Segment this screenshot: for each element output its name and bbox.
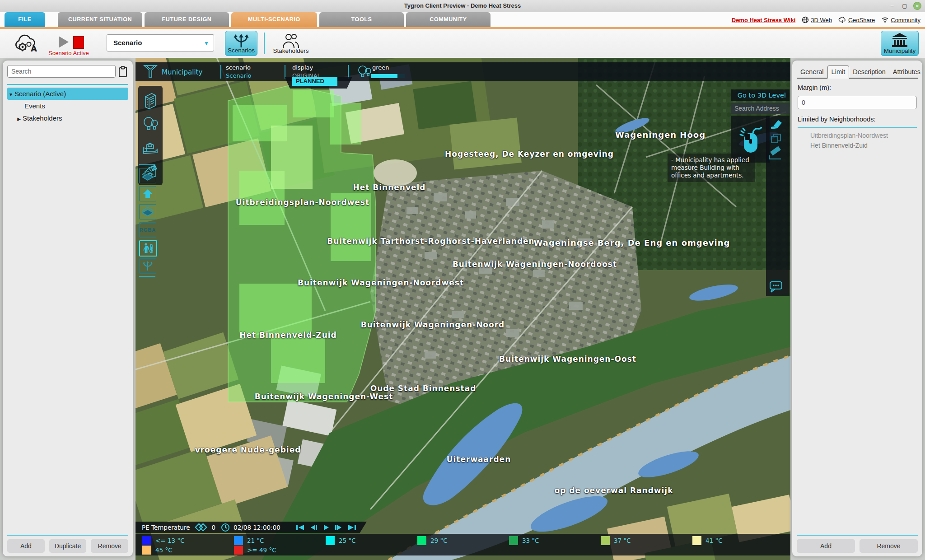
neighborhood-label: Buitenwijk Wageningen-Noordoost [453,260,617,269]
bulldozer-measure-icon[interactable] [138,135,163,159]
sidebar-bottom-divider [7,535,128,536]
properties-tabs: General Limit Description Attributes [797,64,918,79]
tab-multi-scenario[interactable]: MULTI-SCENARIO [231,12,317,27]
buildings-overlay-tool-icon[interactable] [139,186,156,201]
scenario-caption: scenario [226,64,251,71]
search-address-input[interactable]: Search Address [731,103,790,114]
scenarios-button-label: Scenarios [225,47,257,54]
remove-scenario-button[interactable]: Remove [91,539,128,553]
wiki-link[interactable]: Demo Heat Stress Wiki [732,17,796,23]
neighborhood-item[interactable]: Uitbreidingsplan-Noordwest [810,132,888,139]
community-link[interactable]: Community [881,17,920,23]
tree-item-stakeholders[interactable]: ▶Stakeholders [7,112,128,124]
temperature-legend: <= 13 °C 21 °C 25 °C 29 °C 33 °C 37 °C 4… [135,534,790,555]
goto-3d-level-button[interactable]: Go to 3D Level [731,89,790,101]
display-caption: display [292,64,313,71]
neighborhood-label: Oude Stad Binnenstad [370,384,477,393]
municipality-button[interactable]: Municipality [881,31,919,56]
window-title: Tygron Client Preview - Demo Heat Stress [0,2,925,9]
remove-neighborhood-button[interactable]: Remove [860,539,918,553]
step-forward-button[interactable] [335,524,342,531]
vegetation-measure-icon[interactable] [138,112,163,135]
tab-current-situation[interactable]: CURRENT SITUATION [58,12,142,27]
play-icon[interactable] [59,36,69,48]
tab-attributes[interactable]: Attributes [889,66,924,78]
title-bar: Tygron Client Preview - Demo Heat Stress… [0,0,925,13]
skip-start-button[interactable] [296,524,305,531]
legend-label: 37 °C [614,537,631,544]
tree-item-events[interactable]: Events [7,100,128,112]
legend-label: >= 49 °C [247,546,276,554]
neighborhood-label: Buitenwijk Wageningen-Oost [499,355,636,364]
limited-by-label: Limited by Neighborhoods: [798,116,876,123]
legend-swatch [509,536,518,545]
keyframe-diamonds-icon[interactable] [195,523,207,532]
scenario-dropdown[interactable]: Scenario ▼ [107,34,214,51]
chevron-down-icon: ▼ [204,40,209,47]
legend-label: <= 13 °C [155,537,185,544]
step-back-button[interactable] [310,524,318,531]
map-viewport[interactable]: Wageningen Hoog Hogesteeg, De Keyzer en … [135,58,790,560]
neighborhood-label: Hogesteeg, De Keyzer en omgeving [445,149,614,159]
chat-tool-icon[interactable] [767,279,785,294]
tree-item-scenario-active[interactable]: ▼Scenario (Active) [7,88,128,100]
overlay-title: PE Temperature [142,524,190,531]
stop-icon[interactable] [73,36,84,49]
scenario-tree: ▼Scenario (Active) Events ▶Stakeholders [7,88,128,124]
add-scenario-button[interactable]: Add [7,539,45,553]
clock-icon [221,523,230,532]
neighborhood-label: Buitenwijk Tarthorst-Roghorst-Haverlande… [327,237,534,246]
tab-file[interactable]: FILE [5,12,45,27]
map-stakeholder-name[interactable]: Municipality [162,68,202,76]
scenarios-button[interactable]: Scenarios [225,31,257,56]
stakeholders-button-label: Stakeholders [271,47,311,54]
minimize-button[interactable]: – [888,2,896,10]
tab-future-design[interactable]: FUTURE DESIGN [145,12,229,27]
scenario-value[interactable]: Scenario [226,72,252,79]
scenario-branch-tool-icon[interactable] [139,258,156,274]
tab-community[interactable]: COMMUNITY [406,12,491,27]
close-button[interactable]: ✕ [913,2,921,10]
stakeholders-button[interactable]: Stakeholders [271,31,311,56]
skip-end-button[interactable] [347,524,356,531]
search-input[interactable] [7,65,116,78]
green-indicator-bar [371,74,405,78]
tygron-logo: A [13,32,39,56]
maximize-button[interactable]: ▢ [901,2,909,10]
clipboard-icon[interactable] [118,66,128,78]
measure-tool-icon[interactable] [766,145,784,161]
geoshare-link[interactable]: GeoShare [838,16,875,23]
expand-arrow-icon[interactable]: ▼ [7,89,14,101]
legend-swatch [234,546,243,555]
heat-stress-overlay-tool-icon[interactable] [139,240,157,257]
svg-text:A: A [31,44,37,53]
display-option-planned[interactable]: PLANNED [292,77,337,86]
neighborhood-item[interactable]: Het Binnenveld-Zuid [810,142,868,149]
margin-input[interactable] [798,96,917,109]
layers-grid-tool-icon[interactable] [139,168,156,183]
collapse-arrow-icon[interactable]: ▶ [15,113,23,125]
legend-swatch [417,536,426,545]
3d-web-link[interactable]: 3D Web [802,16,832,23]
panel-bottom-divider [797,535,918,536]
tab-limit[interactable]: Limit [827,65,850,79]
copy-layers-tool-icon[interactable] [767,131,785,146]
tab-description[interactable]: Description [849,66,889,78]
add-neighborhood-button[interactable]: Add [797,539,855,553]
play-timeline-button[interactable] [323,524,329,531]
cloud-download-icon [838,16,846,23]
legend-swatch [601,536,610,545]
tab-general[interactable]: General [797,66,827,78]
government-building-icon [891,33,909,48]
legend-label: 29 °C [430,537,448,544]
flat-layers-tool-icon[interactable] [139,204,156,219]
wifi-icon [881,17,889,23]
legend-swatch [234,536,243,545]
globe-icon [802,16,809,23]
eraser-tool-icon[interactable] [767,117,785,132]
tab-tools[interactable]: TOOLS [319,12,404,27]
rgba-overlay-tool[interactable]: RGBA [139,222,156,238]
buildings-measure-icon[interactable] [138,89,163,112]
duplicate-scenario-button[interactable]: Duplicate [49,539,87,553]
mouse-icon [738,123,763,155]
